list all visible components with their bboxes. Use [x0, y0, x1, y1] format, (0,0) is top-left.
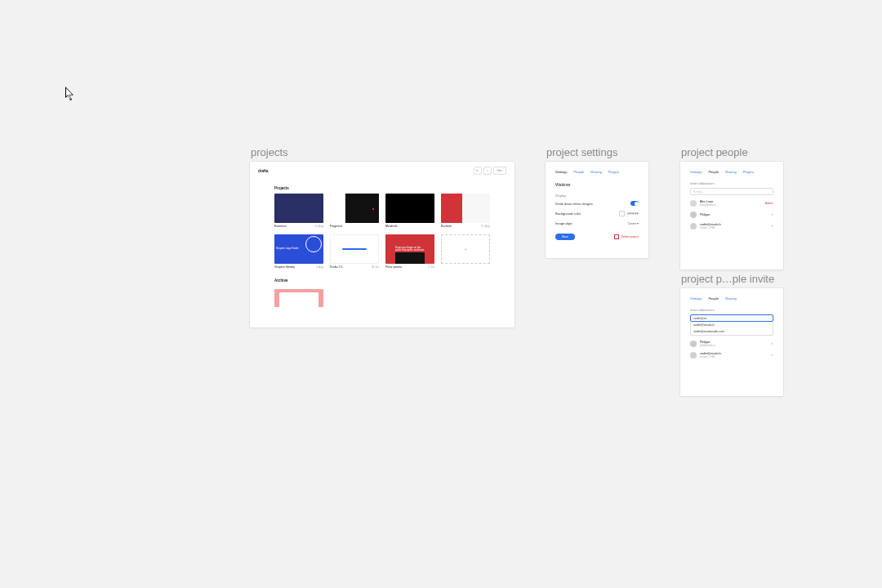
avatar — [690, 341, 697, 347]
artboard-label-people: project people — [681, 146, 748, 158]
display-group-heading: Display — [555, 194, 639, 198]
artboard-people[interactable]: Settings People Sharing Plugins Invite c… — [680, 162, 783, 270]
align-select[interactable]: Center ▾ — [628, 222, 639, 225]
avatar — [690, 200, 697, 207]
section-projects-heading: Projects — [274, 186, 514, 190]
chevron-down-icon: ▾ — [637, 222, 639, 225]
autocomplete-item[interactable]: vadim@ecadacada.com — [691, 328, 773, 335]
thumb-esoterica — [274, 194, 323, 223]
thumb-mindcraft — [385, 194, 434, 223]
person-row: vadim@ecada.lv Invited - 3 MB ⊖ — [690, 352, 773, 359]
tab-sharing[interactable]: Sharing — [590, 170, 602, 174]
row-scale-images: Scale down retina images — [555, 201, 639, 206]
archive-thumb[interactable] — [274, 289, 323, 307]
remove-icon[interactable]: ⊖ — [771, 213, 773, 216]
project-add[interactable]: + — [441, 234, 490, 269]
tabs: Settings People Sharing Plugins — [690, 170, 773, 174]
tab-plugins[interactable]: Plugins — [608, 170, 619, 174]
remove-icon[interactable]: ⊖ — [771, 342, 773, 345]
bg-color-control[interactable]: #FFFFFF — [619, 211, 639, 216]
artboard-settings[interactable]: Settings People Sharing Plugins Webinar … — [546, 162, 648, 258]
row-image-align: Image align Center ▾ — [555, 221, 639, 225]
project-card[interactable]: Esoterica14 Aug — [274, 194, 323, 228]
new-button[interactable]: New — [493, 167, 506, 175]
pointer-cursor — [65, 87, 75, 101]
artboard-label-settings: project settings — [546, 146, 617, 158]
person-row: Philippe phil@drafta.io ⊖ — [690, 341, 773, 347]
tab-plugins[interactable]: Plugins — [743, 170, 754, 174]
thumb-fragment — [330, 194, 379, 223]
person-row: vadim@ecada.lv Invited - 3 MB ⊖ — [690, 223, 773, 229]
role-label[interactable]: Admin — [765, 202, 773, 205]
user-icon[interactable]: ⍟ — [483, 167, 492, 175]
thumb-drafta — [330, 234, 379, 264]
person-row: Philippe ⊖ — [690, 212, 773, 218]
project-card[interactable]: Fragment — [330, 194, 379, 228]
trash-icon — [614, 234, 619, 239]
thumb-pulse: Keep your finger on the pulse of project… — [385, 234, 434, 264]
tab-sharing[interactable]: Sharing — [725, 296, 737, 301]
tabs: Settings People Sharing — [690, 296, 773, 301]
autocomplete-dropdown: vadim@ecada.lv vadim@ecadacada.com — [690, 322, 773, 336]
toggle-scale[interactable] — [630, 201, 639, 206]
header-actions: ⚙ ⍟ New — [474, 167, 506, 175]
projects-grid: Esoterica14 Aug Fragment Mindcraft Runti… — [250, 194, 514, 269]
clear-icon[interactable]: × — [768, 316, 770, 320]
settings-icon[interactable]: ⚙ — [474, 167, 482, 175]
avatar — [690, 212, 697, 218]
invite-heading: Invite collaborators — [690, 309, 773, 312]
thumb-runtime — [441, 194, 490, 223]
tab-settings[interactable]: Settings — [690, 296, 702, 301]
remove-icon[interactable]: ⊖ — [771, 225, 773, 228]
invite-heading: Invite collaborators — [690, 182, 773, 185]
project-card[interactable]: Mindcraft — [385, 194, 434, 228]
artboard-people-invite[interactable]: Settings People Sharing Invite collabora… — [680, 288, 783, 396]
tabs: Settings People Sharing Plugins — [555, 170, 639, 174]
brand-title: drafta — [258, 169, 269, 173]
delete-project-link[interactable]: Delete project — [614, 234, 639, 239]
tab-settings[interactable]: Settings — [555, 170, 567, 174]
avatar — [690, 223, 697, 229]
artboard-label-projects: projects — [251, 146, 288, 158]
section-archive-heading: Archive — [274, 278, 514, 283]
thumb-grupeer: Grupeer Logo Guide — [274, 234, 323, 264]
email-input[interactable]: vadim@ec × — [690, 314, 773, 322]
tab-people[interactable]: People — [708, 296, 718, 301]
row-bg-color: Background color #FFFFFF — [555, 211, 639, 216]
tab-people[interactable]: People — [573, 170, 583, 174]
project-card[interactable]: Grupeer Logo Guide Grupeer Identity4 Aug — [274, 234, 323, 269]
color-swatch-icon — [619, 211, 625, 216]
save-button[interactable]: Save — [555, 234, 575, 240]
tab-sharing[interactable]: Sharing — [725, 170, 737, 174]
tab-people[interactable]: People — [708, 170, 718, 174]
avatar — [690, 352, 697, 359]
person-row: Alex Lowe alex@drafta.io Admin — [690, 200, 773, 207]
artboard-label-invite: project p…ple invite — [681, 273, 774, 285]
autocomplete-item[interactable]: vadim@ecada.lv — [691, 322, 773, 328]
project-card[interactable]: Keep your finger on the pulse of project… — [385, 234, 434, 269]
project-name: Webinar — [555, 182, 639, 187]
project-card[interactable]: Runtime11 Aug — [441, 194, 490, 228]
remove-icon[interactable]: ⊖ — [771, 354, 773, 357]
artboard-projects[interactable]: drafta ⚙ ⍟ New Projects Esoterica14 Aug … — [250, 162, 514, 327]
project-card[interactable]: Drafta 2.530 Jul — [330, 234, 379, 269]
tab-settings[interactable]: Settings — [690, 170, 702, 174]
add-project-icon: + — [441, 234, 490, 264]
email-input[interactable]: E-mail... — [690, 188, 773, 195]
